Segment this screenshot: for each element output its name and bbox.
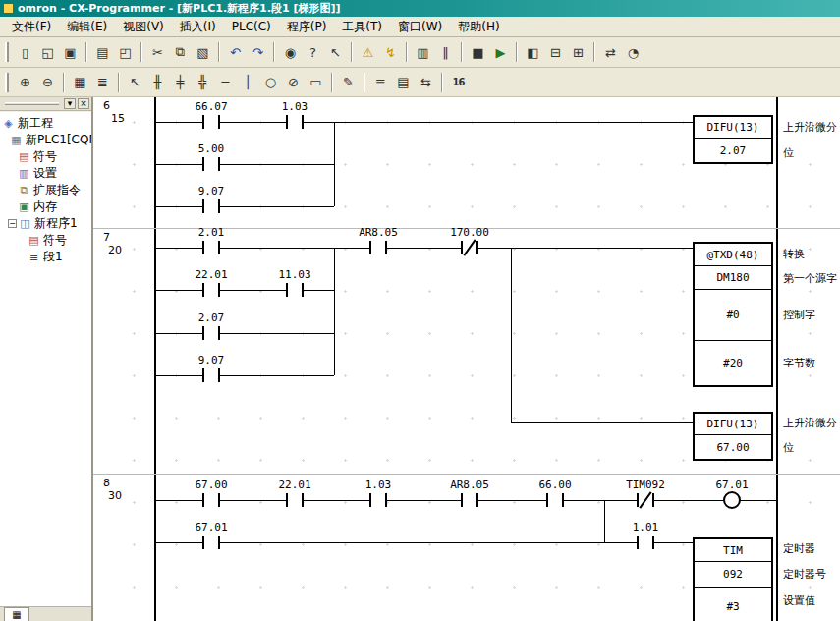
- monitor-button[interactable]: ▥: [412, 41, 434, 64]
- view-ladder-button[interactable]: ≡: [369, 71, 392, 93]
- context-help-button[interactable]: ↖: [324, 41, 347, 64]
- toolbar-separator: [273, 42, 275, 62]
- menu-program[interactable]: 程序(P): [279, 17, 335, 37]
- ladder-output-coil[interactable]: 67.01: [723, 491, 741, 509]
- save-button[interactable]: ▣: [59, 41, 82, 64]
- address-reference-button[interactable]: ⇆: [415, 71, 437, 93]
- workspace-close-button[interactable]: ×: [78, 98, 89, 109]
- ladder-contact[interactable]: 9.07: [202, 199, 220, 213]
- ladder-contact[interactable]: AR8.05: [461, 493, 478, 507]
- tree-item-program-symbols[interactable]: ▤ 符号: [2, 232, 91, 249]
- instruction-box-difu[interactable]: DIFU(13) 67.00: [693, 412, 773, 461]
- undo-button[interactable]: ↶: [224, 41, 247, 64]
- ladder-contact[interactable]: 1.03: [369, 493, 387, 507]
- instruction-box-tool-button[interactable]: ▭: [305, 71, 327, 93]
- paste-button[interactable]: ▧: [192, 41, 214, 64]
- contact-address: 9.07: [198, 185, 225, 198]
- print-button[interactable]: ▤: [91, 41, 114, 64]
- help-button[interactable]: ?: [302, 41, 324, 64]
- window-cascade-button[interactable]: ◧: [522, 41, 544, 64]
- menu-tools[interactable]: 工具(T): [334, 17, 390, 37]
- window-tile-h-button[interactable]: ⊟: [544, 41, 567, 64]
- menu-file[interactable]: 文件(F): [4, 17, 59, 37]
- print-preview-button[interactable]: ◰: [114, 41, 137, 64]
- ladder-contact[interactable]: 1.01: [637, 536, 654, 549]
- tree-item-project[interactable]: ◈ 新工程: [2, 115, 91, 132]
- ladder-contact[interactable]: 5.00: [202, 157, 220, 171]
- instruction-box-difu[interactable]: DIFU(13) 2.07: [693, 115, 773, 164]
- ladder-contact[interactable]: 67.00: [202, 493, 220, 507]
- run-mode-button[interactable]: ▶: [489, 41, 512, 64]
- instruction-box-txd[interactable]: @TXD(48) DM180 #0 #20: [693, 242, 773, 387]
- tree-item-memory[interactable]: ▣ 内存: [2, 198, 91, 215]
- select-tool-button[interactable]: ↖: [124, 71, 146, 93]
- window-tile-v-button[interactable]: ⊞: [567, 41, 589, 64]
- comment-tool-button[interactable]: ✎: [337, 71, 360, 93]
- toolbar-separator: [218, 42, 220, 62]
- ladder-contact[interactable]: 22.01: [286, 493, 304, 507]
- tree-item-symbols[interactable]: ▤ 符号: [2, 148, 91, 165]
- operand-comment: 设置值: [783, 593, 815, 608]
- menu-insert[interactable]: 插入(I): [172, 17, 224, 37]
- ladder-contact[interactable]: 2.07: [202, 326, 220, 340]
- zoom-in-button[interactable]: ⊕: [14, 71, 36, 93]
- redo-button[interactable]: ↷: [247, 41, 269, 64]
- title-bar[interactable]: omron - CX-Programmer - [新PLC1.新程序1.段1 […: [0, 0, 840, 17]
- tree-item-expansion-instructions[interactable]: ⧉ 扩展指令: [2, 182, 91, 198]
- ladder-contact[interactable]: 2.01: [202, 241, 220, 254]
- zoom-out-button[interactable]: ⊖: [36, 71, 59, 93]
- view-mnemonic-button[interactable]: ▤: [392, 71, 415, 93]
- ladder-contact-nc[interactable]: TIM092: [637, 493, 654, 507]
- contact-nc-tool-button[interactable]: ╪: [169, 71, 192, 93]
- horizontal-line-tool-button[interactable]: ─: [214, 71, 237, 93]
- tree-item-settings[interactable]: ▥ 设置: [2, 165, 91, 182]
- ladder-contact[interactable]: 1.03: [286, 115, 304, 129]
- open-button[interactable]: ◱: [36, 41, 59, 64]
- collapse-expander-icon[interactable]: −: [8, 219, 17, 228]
- hex-monitor-button[interactable]: 16: [447, 71, 470, 93]
- pause-monitor-button[interactable]: ‖: [434, 41, 457, 64]
- workspace-drag-handle[interactable]: [5, 102, 59, 105]
- toolbar-grip[interactable]: [5, 73, 9, 92]
- contact-tool-button[interactable]: ╫: [146, 71, 169, 93]
- workspace-header[interactable]: ▾ ×: [0, 97, 91, 111]
- tree-item-section1[interactable]: ≣ 段1: [2, 249, 91, 265]
- menu-help[interactable]: 帮助(H): [450, 17, 507, 37]
- ladder-canvas[interactable]: 6 15 66.07 1.03 5.00 9.07 DIFU(13) 2.07 …: [93, 97, 840, 621]
- find-button[interactable]: ◉: [279, 41, 302, 64]
- cross-reference-button[interactable]: ⇄: [599, 41, 622, 64]
- new-button[interactable]: ▯: [14, 41, 36, 64]
- instruction-box-tim[interactable]: TIM 092 #3: [693, 537, 773, 621]
- or-contact-tool-button[interactable]: ╬: [192, 71, 214, 93]
- operand-comment: 转换: [783, 247, 805, 261]
- menu-view[interactable]: 视图(V): [115, 17, 172, 37]
- menu-window[interactable]: 窗口(W): [390, 17, 450, 37]
- rung-list-button[interactable]: ≣: [91, 71, 114, 93]
- ladder-contact[interactable]: 22.01: [202, 283, 220, 297]
- ladder-contact[interactable]: AR8.05: [369, 241, 387, 254]
- grid-button[interactable]: ▦: [69, 71, 91, 93]
- ladder-contact-nc[interactable]: 170.00: [461, 241, 478, 254]
- project-tab[interactable]: ▦: [4, 607, 29, 621]
- cut-button[interactable]: ✂: [146, 41, 169, 64]
- ladder-contact[interactable]: 66.07: [202, 115, 220, 129]
- tree-item-plc[interactable]: ▦ 新PLC1[CQM1]: [2, 132, 91, 148]
- watch-window-button[interactable]: ◔: [622, 41, 644, 64]
- ladder-contact[interactable]: 11.03: [286, 283, 304, 297]
- ladder-contact[interactable]: 66.00: [546, 493, 564, 507]
- work-online-button[interactable]: ↯: [379, 41, 402, 64]
- tree-item-program[interactable]: − ◫ 新程序1: [2, 215, 91, 232]
- toolbar-grip[interactable]: [5, 42, 9, 62]
- vertical-line-tool-button[interactable]: │: [237, 71, 259, 93]
- program-mode-button[interactable]: ■: [467, 41, 489, 64]
- coil-tool-button[interactable]: ○: [259, 71, 282, 93]
- copy-button[interactable]: ⧉: [169, 41, 192, 64]
- symbols-icon: ▤: [28, 234, 40, 247]
- coil-nc-tool-button[interactable]: ⊘: [282, 71, 305, 93]
- ladder-contact[interactable]: 67.01: [202, 536, 220, 549]
- ladder-contact[interactable]: 9.07: [202, 368, 220, 382]
- workspace-dock-button[interactable]: ▾: [64, 98, 76, 109]
- menu-plc[interactable]: PLC(C): [224, 18, 279, 35]
- compile-button[interactable]: ⚠: [357, 41, 379, 64]
- menu-edit[interactable]: 编辑(E): [59, 17, 115, 37]
